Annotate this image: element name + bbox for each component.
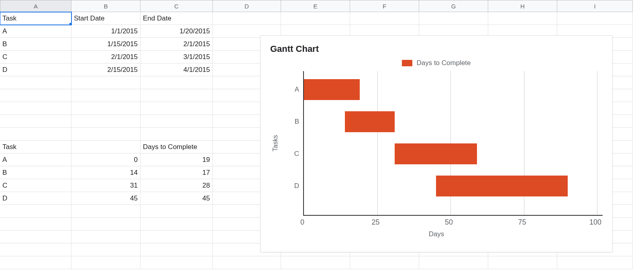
cell-A2[interactable]: A (0, 25, 71, 38)
y-tick-label: C (294, 150, 299, 158)
cell-C20[interactable] (141, 256, 213, 269)
cell-B17[interactable] (71, 218, 141, 231)
table-row (0, 256, 644, 269)
chart-plot-area (303, 71, 603, 216)
cell-A10[interactable] (0, 128, 71, 141)
cell-B9[interactable] (71, 115, 141, 128)
cell-C3[interactable]: 2/1/2015 (141, 38, 213, 51)
y-axis-labels: ABCD (281, 71, 303, 216)
cell-I1[interactable] (557, 12, 633, 25)
cell-B13[interactable]: 14 (71, 166, 141, 179)
cell-C4[interactable]: 3/1/2015 (141, 51, 213, 63)
cell-A11[interactable]: Task (0, 141, 71, 153)
col-header-D[interactable]: D (213, 0, 281, 12)
cell-D20[interactable] (213, 256, 281, 269)
cell-C7[interactable] (141, 89, 213, 102)
gantt-bar-D (436, 176, 568, 196)
cell-I20[interactable] (557, 256, 633, 269)
table-row: TaskStart DateEnd Date (0, 12, 644, 25)
cell-A16[interactable] (0, 205, 71, 218)
chart-legend: Days to Complete (270, 59, 603, 67)
cell-A6[interactable] (0, 76, 71, 89)
x-tick-label: 50 (445, 218, 453, 227)
cell-A5[interactable]: D (0, 63, 71, 76)
cell-D1[interactable] (213, 12, 281, 25)
cell-E20[interactable] (281, 256, 350, 269)
y-tick-label: A (295, 86, 299, 94)
gantt-bar-C (395, 143, 477, 164)
chart-title: Gantt Chart (270, 44, 603, 54)
cell-G20[interactable] (419, 256, 488, 269)
cell-A20[interactable] (0, 256, 71, 269)
cell-C14[interactable]: 28 (141, 179, 213, 192)
col-header-F[interactable]: F (350, 0, 419, 12)
cell-B16[interactable] (71, 205, 141, 218)
cell-A18[interactable] (0, 231, 71, 243)
cell-A7[interactable] (0, 89, 71, 102)
cell-H20[interactable] (488, 256, 557, 269)
cell-C12[interactable]: 19 (141, 153, 213, 166)
cell-A17[interactable] (0, 218, 71, 231)
cell-C19[interactable] (141, 243, 213, 256)
column-header-row: A B C D E F G H I (0, 0, 644, 12)
cell-C11[interactable]: Days to Complete (141, 141, 213, 153)
y-tick-label: D (294, 182, 299, 190)
cell-C18[interactable] (141, 231, 213, 243)
cell-C6[interactable] (141, 76, 213, 89)
cell-B12[interactable]: 0 (71, 153, 141, 166)
col-header-I[interactable]: I (557, 0, 633, 12)
cell-B2[interactable]: 1/1/2015 (71, 25, 141, 38)
cell-A9[interactable] (0, 115, 71, 128)
col-header-H[interactable]: H (488, 0, 557, 12)
cell-B19[interactable] (71, 243, 141, 256)
col-header-B[interactable]: B (71, 0, 141, 12)
col-header-E[interactable]: E (281, 0, 350, 12)
x-axis-labels: 0255075100 (302, 216, 595, 227)
cell-C10[interactable] (141, 128, 213, 141)
cell-E1[interactable] (281, 12, 350, 25)
cell-C17[interactable] (141, 218, 213, 231)
cell-B18[interactable] (71, 231, 141, 243)
cell-C8[interactable] (141, 102, 213, 115)
cell-C1[interactable]: End Date (141, 12, 213, 25)
cell-B7[interactable] (71, 89, 141, 102)
col-header-C[interactable]: C (141, 0, 213, 12)
cell-B8[interactable] (71, 102, 141, 115)
legend-label: Days to Complete (416, 59, 471, 67)
cell-B14[interactable]: 31 (71, 179, 141, 192)
cell-F20[interactable] (350, 256, 419, 269)
cell-B3[interactable]: 1/15/2015 (71, 38, 141, 51)
cell-B5[interactable]: 2/15/2015 (71, 63, 141, 76)
cell-A13[interactable]: B (0, 166, 71, 179)
cell-G1[interactable] (419, 12, 488, 25)
cell-C2[interactable]: 1/20/2015 (141, 25, 213, 38)
cell-B4[interactable]: 2/1/2015 (71, 51, 141, 63)
cell-C16[interactable] (141, 205, 213, 218)
cell-B20[interactable] (71, 256, 141, 269)
gantt-chart-card[interactable]: Gantt Chart Days to Complete Tasks ABCD … (260, 35, 613, 252)
cell-B11[interactable] (71, 141, 141, 153)
cell-A8[interactable] (0, 102, 71, 115)
col-header-A[interactable]: A (0, 0, 71, 12)
cell-A15[interactable]: D (0, 192, 71, 205)
cell-B1[interactable]: Start Date (71, 12, 141, 25)
col-header-G[interactable]: G (419, 0, 488, 12)
cell-A14[interactable]: C (0, 179, 71, 192)
cell-C15[interactable]: 45 (141, 192, 213, 205)
cell-B6[interactable] (71, 76, 141, 89)
cell-F1[interactable] (350, 12, 419, 25)
gantt-bar-A (304, 79, 360, 100)
cell-A19[interactable] (0, 243, 71, 256)
cell-A4[interactable]: C (0, 51, 71, 63)
cell-B10[interactable] (71, 128, 141, 141)
cell-C9[interactable] (141, 115, 213, 128)
cell-C5[interactable]: 4/1/2015 (141, 63, 213, 76)
gridline (377, 71, 378, 215)
cell-A3[interactable]: B (0, 38, 71, 51)
cell-A12[interactable]: A (0, 153, 71, 166)
cell-H1[interactable] (488, 12, 557, 25)
cell-A1[interactable]: Task (0, 12, 71, 25)
cell-C13[interactable]: 17 (141, 166, 213, 179)
cell-B15[interactable]: 45 (71, 192, 141, 205)
gridline (597, 71, 597, 215)
